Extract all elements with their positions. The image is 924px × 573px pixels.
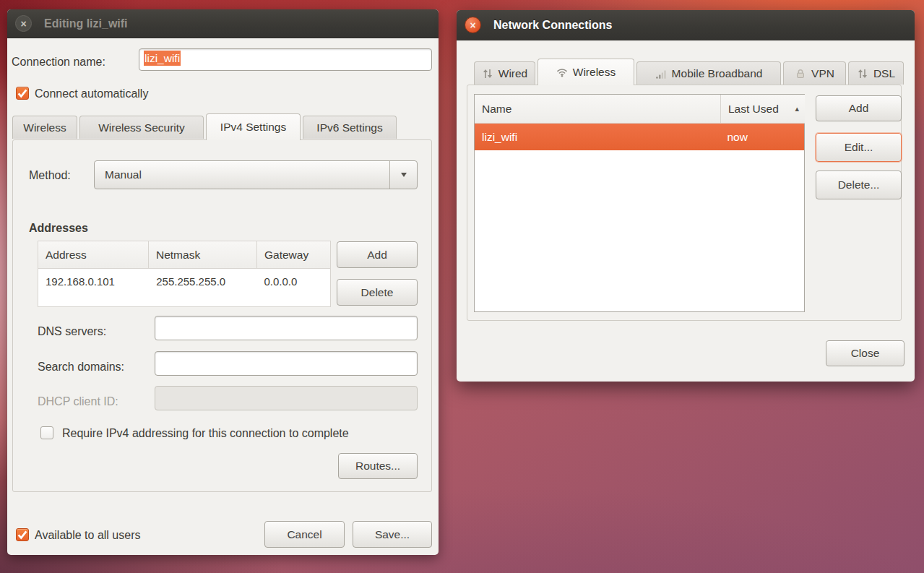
dropdown-arrow-zone bbox=[389, 161, 417, 189]
tab-wired[interactable]: Wired bbox=[474, 61, 535, 85]
tab-label: IPv6 Settings bbox=[316, 121, 382, 134]
cell-gateway[interactable]: 0.0.0.0 bbox=[256, 269, 330, 306]
column-header-last-used[interactable]: Last Used ▴ bbox=[720, 95, 805, 124]
delete-address-button[interactable]: Delete bbox=[337, 279, 418, 306]
close-icon: × bbox=[470, 20, 475, 30]
window-title: Network Connections bbox=[493, 19, 612, 32]
mobile-signal-icon bbox=[655, 68, 667, 79]
tab-label: VPN bbox=[811, 67, 834, 80]
vpn-lock-icon bbox=[795, 68, 806, 79]
connection-name-selected-text: lizi_wifi bbox=[144, 51, 181, 66]
cell-netmask[interactable]: 255.255.255.0 bbox=[149, 269, 256, 306]
column-header-netmask[interactable]: Netmask bbox=[148, 241, 257, 269]
routes-button[interactable]: Routes... bbox=[338, 453, 418, 479]
tab-label: Wireless Security bbox=[98, 121, 185, 134]
add-connection-button[interactable]: Add bbox=[816, 95, 902, 121]
search-domains-label: Search domains: bbox=[38, 361, 124, 374]
save-button[interactable]: Save... bbox=[353, 521, 432, 548]
close-window-button[interactable]: × bbox=[465, 17, 481, 33]
connection-last-used-cell: now bbox=[720, 131, 804, 144]
tab-label: IPv4 Settings bbox=[220, 121, 286, 134]
wireless-wifi-icon bbox=[556, 66, 568, 78]
tab-wireless[interactable]: Wireless bbox=[12, 116, 77, 139]
dropdown-arrow-icon bbox=[401, 173, 407, 177]
tab-label: DSL bbox=[873, 67, 895, 80]
dhcp-client-id-input bbox=[155, 386, 418, 410]
delete-connection-button[interactable]: Delete... bbox=[816, 171, 902, 199]
address-table-header: Address Netmask Gateway bbox=[38, 241, 331, 269]
search-domains-input[interactable] bbox=[155, 351, 418, 376]
tab-label: Wireless bbox=[573, 66, 616, 79]
connection-name-label: Connection name: bbox=[12, 56, 105, 69]
method-label: Method: bbox=[29, 169, 71, 182]
connections-list[interactable]: Name Last Used ▴ lizi_wifi now bbox=[474, 94, 805, 312]
require-ipv4-checkbox[interactable] bbox=[40, 426, 53, 439]
require-ipv4-label: Require IPv4 addressing for this connect… bbox=[62, 427, 349, 440]
dns-servers-input[interactable] bbox=[155, 316, 418, 340]
desktop: { "colors": { "accent_orange": "#F07746"… bbox=[0, 0, 924, 573]
close-icon: × bbox=[20, 19, 26, 29]
tab-wireless-security[interactable]: Wireless Security bbox=[79, 116, 204, 139]
tab-wireless[interactable]: Wireless bbox=[537, 59, 634, 85]
network-connections-window: × Network Connections Wired Wireless bbox=[457, 10, 915, 382]
address-table-body[interactable]: 192.168.0.101 255.255.255.0 0.0.0.0 bbox=[38, 269, 331, 307]
checkmark-icon bbox=[17, 529, 28, 540]
connection-row-lizi-wifi[interactable]: lizi_wifi now bbox=[475, 124, 804, 150]
tab-vpn[interactable]: VPN bbox=[783, 61, 846, 85]
tab-label: Wired bbox=[498, 67, 527, 80]
connect-automatically-label: Connect automatically bbox=[35, 87, 148, 100]
column-header-name[interactable]: Name bbox=[475, 95, 721, 124]
dns-servers-label: DNS servers: bbox=[38, 325, 106, 338]
dsl-updown-icon bbox=[857, 68, 868, 79]
available-to-all-users-label: Available to all users bbox=[35, 529, 140, 542]
connection-name-input[interactable]: lizi_wifi bbox=[139, 48, 432, 71]
add-address-button[interactable]: Add bbox=[337, 241, 418, 268]
connect-automatically-checkbox[interactable] bbox=[16, 87, 29, 100]
edit-window-titlebar[interactable]: × Editing lizi_wifi bbox=[7, 9, 439, 38]
window-title: Editing lizi_wifi bbox=[44, 17, 128, 30]
sort-ascending-icon: ▴ bbox=[795, 104, 799, 113]
addresses-heading: Addresses bbox=[29, 222, 88, 235]
cancel-button[interactable]: Cancel bbox=[264, 521, 345, 548]
connections-list-header: Name Last Used ▴ bbox=[475, 95, 805, 124]
edit-connection-window: × Editing lizi_wifi Connection name: liz… bbox=[7, 9, 439, 555]
close-dialog-button[interactable]: Close bbox=[826, 340, 904, 366]
close-window-button[interactable]: × bbox=[15, 15, 32, 32]
dhcp-client-id-label: DHCP client ID: bbox=[38, 395, 118, 408]
tab-ipv4-settings[interactable]: IPv4 Settings bbox=[206, 113, 301, 140]
column-header-address[interactable]: Address bbox=[38, 241, 149, 269]
method-dropdown[interactable]: Manual bbox=[94, 160, 418, 189]
tab-label: Mobile Broadband bbox=[672, 67, 763, 80]
cell-address[interactable]: 192.168.0.101 bbox=[38, 269, 149, 306]
tab-ipv6-settings[interactable]: IPv6 Settings bbox=[303, 116, 397, 139]
tab-dsl[interactable]: DSL bbox=[848, 61, 904, 85]
tab-mobile-broadband[interactable]: Mobile Broadband bbox=[636, 61, 781, 85]
available-to-all-users-checkbox[interactable] bbox=[16, 528, 29, 541]
network-connections-titlebar[interactable]: × Network Connections bbox=[457, 10, 915, 40]
connection-name-cell: lizi_wifi bbox=[475, 131, 720, 144]
column-header-gateway[interactable]: Gateway bbox=[256, 241, 331, 269]
tab-label: Wireless bbox=[23, 121, 66, 134]
checkmark-icon bbox=[17, 87, 28, 99]
wired-updown-icon bbox=[482, 68, 493, 79]
edit-connection-button[interactable]: Edit... bbox=[816, 133, 902, 162]
method-value: Manual bbox=[105, 168, 142, 181]
